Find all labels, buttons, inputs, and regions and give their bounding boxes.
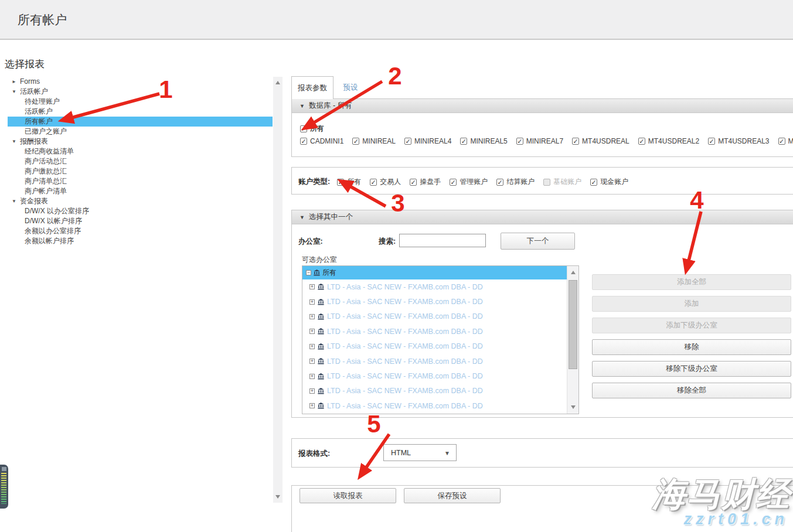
tree-item[interactable]: D/W/X 以办公室排序 (8, 206, 273, 216)
database-checkbox[interactable]: ✓MINIREAL5 (460, 137, 507, 145)
expand-plus-icon[interactable]: + (309, 344, 315, 349)
account-type-checkbox[interactable]: ✓操盘手 (410, 177, 441, 187)
chevron-down-icon[interactable]: ▼ (12, 87, 20, 97)
database-checkbox[interactable]: ✓MINIREAL7 (516, 137, 563, 145)
office-list-item[interactable]: +LTD - Asia - SAC NEW - FXAMB.com DBA - … (302, 279, 578, 294)
office-list-item[interactable]: +LTD - Asia - SAC NEW - FXAMB.com DBA - … (302, 384, 578, 398)
disabled-transfer-button-3[interactable]: 添加下级办公室 (592, 318, 791, 333)
database-checkbox[interactable]: ✓MINIREAL4 (404, 137, 451, 145)
account-type-checkbox[interactable]: ✓管理账户 (450, 177, 488, 187)
expand-plus-icon[interactable]: + (309, 329, 315, 334)
office-list-item[interactable]: +LTD - Asia - SAC NEW - FXAMB.com DBA - … (302, 309, 578, 324)
checkbox-checked-icon[interactable]: ✓ (516, 138, 523, 145)
checkbox-checked-icon[interactable]: ✓ (404, 138, 411, 145)
scrollbar-thumb[interactable] (569, 280, 577, 369)
account-type-checkbox[interactable]: ✓交易人 (370, 177, 401, 187)
checkbox-checked-icon[interactable]: ✓ (708, 138, 715, 145)
account-type-checkbox[interactable]: 基础账户 (543, 177, 581, 187)
tree-item[interactable]: ▼报酬报表 (8, 137, 273, 146)
expand-plus-icon[interactable]: + (309, 374, 315, 379)
checkbox-checked-icon[interactable]: ✓ (450, 179, 457, 186)
tab-report-params[interactable]: 报表参数 (291, 76, 333, 99)
load-report-button[interactable]: 读取报表 (299, 488, 396, 503)
database-checkbox[interactable]: ✓MT4USDREAL (572, 137, 629, 145)
database-checkbox[interactable]: ✓MT4USDREAL2 (638, 137, 699, 145)
collapse-minus-icon[interactable]: − (306, 270, 311, 275)
transfer-button-6[interactable]: 移除全部 (592, 383, 791, 398)
account-type-checkbox[interactable]: ✓结算账户 (496, 177, 535, 187)
expand-plus-icon[interactable]: + (309, 299, 315, 305)
checkbox-checked-icon[interactable]: ✓ (300, 138, 307, 145)
database-checkbox[interactable]: ✓CADMINI1 (300, 137, 343, 145)
tree-item[interactable]: 余额以办公室排序 (8, 226, 273, 236)
checkbox-checked-icon[interactable]: ✓ (337, 179, 344, 186)
office-list-item-all[interactable]: −所有 (302, 266, 567, 279)
chevron-down-icon[interactable]: ▼ (12, 196, 20, 206)
corner-extension-widget[interactable] (0, 465, 8, 509)
tree-item[interactable]: 商户帐户清单 (8, 186, 273, 196)
transfer-button-4[interactable]: 移除 (592, 339, 791, 355)
chevron-down-icon[interactable]: ▼ (12, 137, 20, 146)
choose-one-section-header[interactable]: ▼ 选择其中一个 (292, 210, 793, 224)
checkbox-checked-icon[interactable]: ✓ (496, 179, 503, 186)
office-list-scrollbar[interactable] (567, 266, 578, 414)
checkbox-checked-icon[interactable]: ✓ (638, 138, 645, 145)
tree-item[interactable]: 商户缴款总汇 (8, 166, 273, 176)
tree-item[interactable]: ►Forms (8, 77, 273, 87)
database-checkbox[interactable]: ✓MT4USDREAL4 (778, 137, 793, 145)
disabled-transfer-button-1[interactable]: 添加全部 (592, 274, 791, 290)
office-list-item[interactable]: +LTD - Asia - SAC NEW - FXAMB.com DBA - … (302, 324, 578, 339)
save-preset-button[interactable]: 保存预设 (404, 488, 501, 503)
main-scrollbar[interactable] (273, 77, 283, 503)
database-all-checkbox[interactable]: ✓ 所有 (300, 124, 324, 134)
checkbox-checked-icon[interactable]: ✓ (300, 125, 307, 132)
office-list-item[interactable]: +LTD - Asia - SAC NEW - FXAMB.com DBA - … (302, 354, 578, 369)
expand-plus-icon[interactable]: + (309, 314, 315, 319)
expand-plus-icon[interactable]: + (309, 284, 315, 289)
tree-item[interactable]: 商户活动总汇 (8, 156, 273, 166)
chevron-right-icon[interactable]: ► (12, 77, 20, 87)
office-list-item[interactable]: +LTD - Asia - SAC NEW - FXAMB.com DBA - … (302, 339, 578, 354)
tree-item[interactable]: 已撤户之账户 (8, 127, 273, 137)
checkbox-checked-icon[interactable]: ✓ (572, 138, 579, 145)
expand-plus-icon[interactable]: + (309, 403, 315, 408)
scroll-down-icon[interactable] (571, 405, 576, 409)
tree-item[interactable]: 活跃帐户 (8, 107, 273, 117)
office-list-item[interactable]: +LTD - Asia - SAC NEW - FXAMB.com DBA - … (302, 294, 578, 309)
checkbox-checked-icon[interactable]: ✓ (778, 138, 785, 145)
checkbox-checked-icon[interactable]: ✓ (410, 179, 417, 186)
checkbox-checked-icon[interactable]: ✓ (460, 138, 467, 145)
expand-plus-icon[interactable]: + (309, 359, 315, 364)
office-list-item[interactable]: +LTD - Asia - SAC NEW - FXAMB.com DBA - … (302, 398, 578, 413)
account-type-checkbox[interactable]: ✓所有 (337, 177, 361, 187)
transfer-button-5[interactable]: 移除下级办公室 (592, 361, 791, 377)
checkbox-checked-icon[interactable]: ✓ (370, 179, 377, 186)
scroll-down-icon[interactable] (275, 495, 280, 499)
disabled-transfer-button-2[interactable]: 添加 (592, 296, 791, 312)
tree-item[interactable]: 所有帐户 (8, 117, 273, 127)
checkbox-checked-icon[interactable]: ✓ (352, 138, 359, 145)
office-list-item[interactable]: +LTD - Asia - SAC NEW - FXAMB.com DBA - … (302, 369, 578, 383)
database-checkbox-label: MINIREAL5 (470, 137, 507, 145)
tree-item[interactable]: 待处理账户 (8, 97, 273, 107)
database-section-header[interactable]: ▼ 数据库 - 所有 (292, 99, 793, 113)
next-button[interactable]: 下一个 (501, 233, 575, 250)
account-type-checkbox[interactable]: ✓现金账户 (590, 177, 628, 187)
checkbox-icon[interactable] (543, 179, 550, 186)
scroll-up-icon[interactable] (275, 81, 280, 84)
checkbox-checked-icon[interactable]: ✓ (590, 179, 597, 186)
search-input[interactable] (399, 234, 486, 247)
tab-presets[interactable]: 预设 (333, 76, 367, 98)
tree-item[interactable]: 商户清单总汇 (8, 176, 273, 186)
scroll-up-icon[interactable] (571, 271, 576, 274)
tree-item[interactable]: 经纪商收益清单 (8, 146, 273, 156)
tree-item[interactable]: D/W/X 以帐户排序 (8, 216, 273, 226)
tree-item[interactable]: 余额以帐户排序 (8, 236, 273, 246)
office-label: 办公室: (298, 237, 323, 247)
tree-item[interactable]: ▼资金报表 (8, 196, 273, 206)
report-format-select[interactable]: HTML ▼ (383, 444, 457, 461)
expand-plus-icon[interactable]: + (309, 388, 315, 394)
tree-item[interactable]: ▼活跃帐户 (8, 87, 273, 97)
database-checkbox[interactable]: ✓MINIREAL (352, 137, 396, 145)
database-checkbox[interactable]: ✓MT4USDREAL3 (708, 137, 769, 145)
